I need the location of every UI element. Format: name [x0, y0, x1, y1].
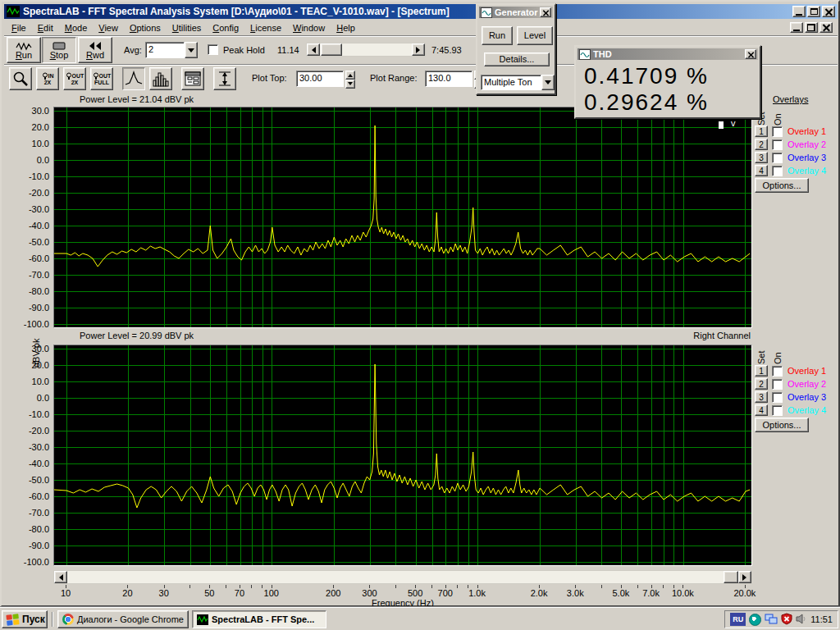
zoom-in-2x-button[interactable]: IN 2X [36, 67, 59, 90]
mdi-restore-button[interactable] [805, 22, 818, 33]
task-spectralab[interactable]: SpectraLAB - FFT Spe... [192, 610, 326, 628]
generator-title-bar[interactable]: Generator [479, 7, 553, 18]
overlay-2-on-checkbox-b[interactable] [772, 379, 783, 390]
rewind-button[interactable]: Rwd [78, 37, 112, 63]
generator-signal-combobox[interactable]: Multiple Ton [481, 75, 555, 90]
menu-config[interactable]: Config [207, 21, 244, 34]
tray-app-icon[interactable] [749, 614, 761, 626]
overlay-2-set-button[interactable]: 2 [755, 139, 768, 150]
menu-file[interactable]: File [6, 21, 32, 34]
zoom-out-full-button[interactable]: OUT FULL [90, 67, 113, 90]
menu-utilities[interactable]: Utilities [167, 21, 207, 34]
thd-title-bar[interactable]: THD [578, 48, 758, 60]
zoom-tool-button[interactable] [9, 67, 32, 90]
overlay-1-label: Overlay 1 [788, 126, 826, 136]
plot-top-field[interactable]: 30.00 [296, 71, 344, 87]
language-indicator[interactable]: RU [730, 613, 746, 626]
overlays-header[interactable]: Overlays [773, 94, 808, 104]
x-tick-label: 1.0k [459, 588, 495, 598]
y-tick-label: -30.0 [8, 442, 49, 452]
position-scrollbar[interactable] [306, 43, 426, 57]
overlays-panel-bottom: Set On 1 Overlay 1 2 Overlay 2 3 Overlay… [755, 345, 840, 435]
overlay-1-set-button-b[interactable]: 1 [755, 365, 768, 377]
security-alert-icon[interactable] [781, 613, 792, 627]
line-plot-mode-button[interactable] [122, 67, 145, 90]
options-dialog-icon [184, 71, 202, 87]
close-button[interactable] [822, 6, 835, 17]
plot-top-spinner[interactable] [345, 71, 355, 87]
vertical-range-icon [216, 71, 234, 87]
left-channel-plot[interactable] [53, 107, 752, 328]
menu-window[interactable]: Window [287, 21, 331, 34]
vertical-range-button[interactable] [213, 67, 236, 90]
mdi-close-button[interactable] [819, 22, 833, 33]
generator-dropdown-arrow[interactable] [541, 75, 555, 90]
y-tick-label: 20.0 [8, 360, 49, 370]
scroll-left-button[interactable] [307, 43, 320, 56]
run-button[interactable]: Run [7, 37, 41, 63]
overlays-options-button-top[interactable]: Options... [755, 178, 809, 193]
minimize-button[interactable] [792, 6, 806, 17]
overlay-1-on-checkbox-b[interactable] [772, 366, 783, 377]
thd-close-button[interactable] [745, 49, 756, 59]
run-waveform-icon [16, 41, 32, 51]
plot-range-field[interactable]: 130.0 [425, 71, 472, 87]
freq-scrollbar-thumb[interactable] [724, 571, 738, 583]
x-tick-label: 10 [48, 588, 84, 598]
stop-button[interactable]: Stop [42, 37, 76, 63]
menu-edit[interactable]: Edit [32, 21, 59, 34]
avg-dropdown-arrow[interactable] [185, 42, 198, 58]
overlay-3-on-checkbox-b[interactable] [772, 392, 783, 403]
overlay-4-set-button[interactable]: 4 [755, 165, 768, 176]
scrollbar-thumb[interactable] [321, 43, 342, 56]
overlays-options-button-bottom[interactable]: Options... [755, 418, 809, 432]
freq-scroll-left-button[interactable] [54, 571, 67, 583]
maximize-button[interactable] [807, 6, 820, 17]
menu-mode[interactable]: Mode [59, 21, 94, 34]
overlay-4-label: Overlay 4 [788, 166, 826, 176]
overlay-1-set-button[interactable]: 1 [755, 126, 768, 137]
bar-plot-mode-button[interactable] [149, 67, 172, 90]
menu-license[interactable]: License [244, 21, 287, 34]
task-chrome[interactable]: Диалоги - Google Chrome [57, 610, 189, 628]
generator-level-button[interactable]: Level [517, 26, 553, 45]
right-channel-plot[interactable] [53, 345, 752, 566]
y-tick-label: 0.0 [8, 155, 49, 165]
title-bar[interactable]: SpectraLAB - FFT Spectral Analysis Syste… [4, 4, 838, 19]
overlay-row-1b: 1 Overlay 1 [755, 364, 826, 377]
set-column-label-2: Set [756, 345, 766, 364]
volume-icon[interactable] [796, 613, 807, 627]
overlay-4-set-button-b[interactable]: 4 [755, 404, 768, 416]
taskbar-divider [52, 612, 53, 627]
overlay-3-set-button[interactable]: 3 [755, 152, 768, 163]
overlay-3-set-button-b[interactable]: 3 [755, 391, 768, 403]
mdi-minimize-button[interactable] [790, 22, 803, 33]
overlay-1-on-checkbox[interactable] [772, 126, 783, 137]
generator-run-button[interactable]: Run [482, 26, 513, 45]
y-tick-label: -60.0 [8, 491, 49, 501]
scroll-right-button[interactable] [412, 43, 425, 56]
menu-view[interactable]: View [93, 21, 124, 34]
x-tick-label: 20 [109, 588, 145, 598]
rewind-icon [88, 41, 103, 51]
x-tick-label: 20.0k [727, 588, 763, 598]
overlay-4-on-checkbox[interactable] [772, 166, 783, 176]
avg-combobox[interactable]: 2 [145, 42, 198, 58]
menu-help[interactable]: Help [331, 21, 361, 34]
overlay-2-on-checkbox[interactable] [772, 139, 783, 150]
freq-scroll-right-button[interactable] [738, 571, 751, 583]
start-button[interactable]: Пуск [2, 610, 48, 628]
zoom-out-2x-button[interactable]: OUT 2X [63, 67, 86, 90]
display-options-button[interactable] [181, 67, 204, 90]
overlay-2-set-button-b[interactable]: 2 [755, 378, 768, 390]
menu-options[interactable]: Options [124, 21, 167, 34]
overlay-4-on-checkbox-b[interactable] [772, 405, 783, 416]
frequency-scrollbar[interactable] [53, 570, 752, 584]
overlay-3-on-checkbox[interactable] [772, 153, 783, 163]
x-tick-label: 100 [253, 588, 290, 598]
clock[interactable]: 11:51 [810, 614, 833, 624]
generator-details-button[interactable]: Details... [484, 52, 550, 66]
peak-hold-checkbox[interactable] [208, 44, 218, 55]
network-icon[interactable] [765, 613, 778, 627]
generator-close-button[interactable] [540, 7, 551, 17]
